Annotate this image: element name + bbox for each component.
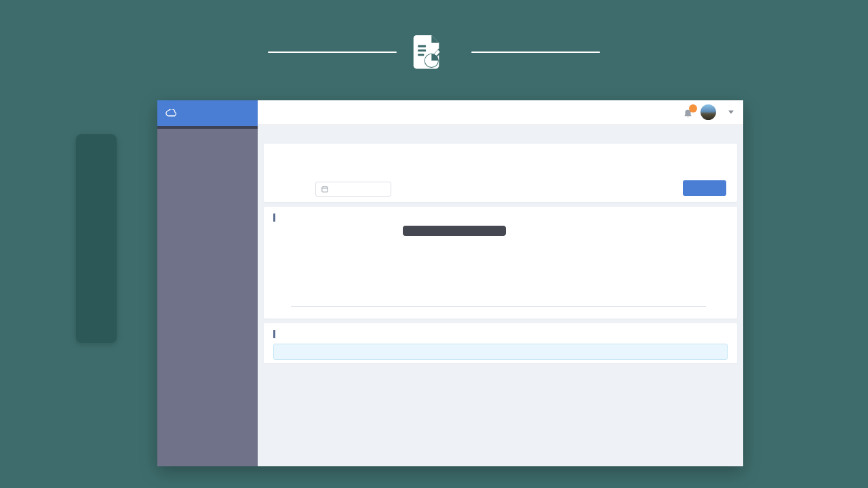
table-section-title	[273, 329, 728, 340]
x-axis-labels	[291, 307, 706, 317]
table-card	[264, 323, 737, 363]
user-avatar[interactable]	[701, 104, 716, 120]
filter-card	[264, 144, 737, 202]
chart-section-title	[273, 212, 728, 223]
header-line-left	[268, 52, 397, 53]
header-line-right	[471, 52, 600, 53]
notification-badge	[689, 104, 697, 113]
chart-tooltip	[403, 226, 506, 236]
topbar	[258, 100, 743, 125]
app-window	[157, 100, 743, 466]
main-panel	[258, 100, 743, 466]
content-area	[258, 142, 743, 466]
balance-type-row	[273, 148, 728, 165]
query-button[interactable]	[683, 180, 726, 196]
cloud-icon	[165, 107, 178, 119]
standard-notice-banner	[273, 344, 728, 360]
app-logo[interactable]	[157, 100, 258, 126]
date-picker[interactable]	[315, 182, 391, 197]
slide-header	[0, 28, 868, 76]
topbar-right	[684, 104, 743, 120]
breadcrumb	[258, 125, 743, 142]
user-menu-caret-icon[interactable]	[728, 110, 734, 114]
chart-card	[264, 207, 737, 319]
time-row	[273, 181, 728, 197]
side-label-badge	[76, 134, 117, 343]
document-pencil-icon	[412, 35, 441, 70]
chart-plot[interactable]	[291, 235, 706, 307]
chart-area	[273, 235, 728, 307]
notification-bell-icon[interactable]	[684, 106, 694, 119]
title-accent-bar	[273, 214, 275, 222]
calendar-icon	[321, 186, 328, 192]
object-row	[273, 165, 728, 181]
y-axis-right	[706, 235, 728, 307]
imbalance-line	[291, 235, 706, 306]
sidebar	[157, 100, 258, 466]
title-accent-bar	[273, 330, 275, 338]
y-axis-left	[273, 235, 291, 307]
sidebar-menu-secondary	[157, 129, 258, 466]
